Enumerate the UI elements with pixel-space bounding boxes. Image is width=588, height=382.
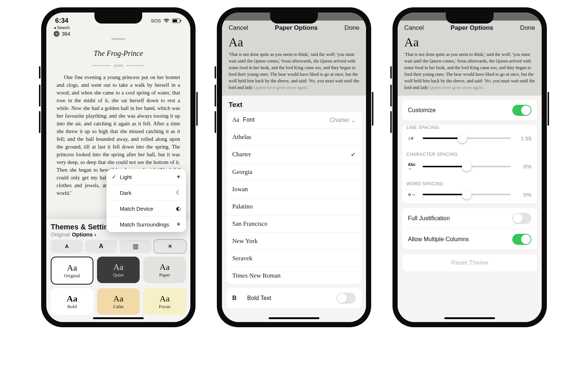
reset-theme-button[interactable]: Reset Theme	[402, 254, 537, 272]
home-indicator[interactable]	[444, 317, 495, 319]
done-button[interactable]: Done	[520, 24, 535, 32]
line-spacing-slider[interactable]	[423, 138, 511, 139]
sheet-title: Paper Options	[451, 24, 493, 32]
font-option-times-new-roman[interactable]: Times New Roman	[226, 267, 362, 284]
bold-text-row[interactable]: B Bold Text	[226, 288, 362, 308]
status-time: 6:34	[55, 17, 68, 25]
line-spacing-slider-row: ↕≡ 1.55	[402, 132, 537, 147]
font-option-georgia[interactable]: Georgia	[226, 164, 362, 181]
line-spacing-icon: ↕≡	[408, 135, 417, 141]
page-icon: ▥	[133, 243, 139, 250]
customize-switch[interactable]	[512, 105, 531, 116]
font-card: AaFont Charter ⌄ AthelasCharter✓GeorgiaI…	[226, 112, 362, 284]
theme-bold[interactable]: AaBold	[51, 288, 93, 315]
word-spacing-slider[interactable]	[423, 194, 511, 195]
phone-3: Cancel Paper Options Done Aa 'That is no…	[392, 7, 547, 327]
char-spacing-value: 0%	[516, 163, 531, 169]
cancel-button[interactable]: Cancel	[404, 24, 424, 32]
font-option-iowan[interactable]: Iowan	[226, 181, 362, 198]
page-count-icon: ⟲	[54, 31, 60, 37]
theme-quiet[interactable]: AaQuiet	[97, 257, 140, 283]
auto-brightness-icon: ☀︎	[176, 221, 181, 228]
book-title: The Frog-Prince	[57, 49, 180, 58]
bold-text-card: B Bold Text	[226, 288, 362, 308]
line-spacing-value: 1.55	[516, 135, 531, 142]
half-circle-icon: ◐	[176, 205, 181, 212]
customize-row[interactable]: Customize	[402, 100, 537, 121]
aa-icon: Aa	[232, 117, 239, 123]
phone-2: Cancel Paper Options Done Aa 'That is no…	[217, 7, 371, 327]
char-spacing-label: CHARACTER SPACING	[406, 152, 537, 157]
page-count: ⟲ 364	[46, 30, 190, 38]
sample-aa: Aa	[229, 35, 359, 49]
char-spacing-slider-row: Abc↔ 0%	[402, 159, 537, 177]
theme-focus[interactable]: AaFocus	[143, 288, 186, 315]
checkmark-icon: ✓	[351, 151, 356, 158]
back-to-search[interactable]: ◂ Search	[46, 25, 190, 30]
allow-columns-row[interactable]: Allow Multiple Columns	[402, 229, 537, 250]
themes-sheet: Themes & Settings Original Options › A A…	[46, 219, 190, 322]
font-option-new-york[interactable]: New York	[226, 233, 362, 250]
spacing-card: LINE SPACING ↕≡ 1.55 CHARACTER SPACING A…	[402, 125, 537, 204]
themes-original-label: Original	[51, 231, 70, 238]
sheet-grabber[interactable]	[111, 38, 125, 40]
char-spacing-icon: Abc↔	[408, 162, 417, 171]
customize-card: Customize	[402, 100, 537, 121]
word-spacing-slider-row: ≡↔ 0%	[402, 189, 537, 204]
home-indicator[interactable]	[269, 317, 319, 319]
home-indicator[interactable]	[93, 317, 144, 319]
theme-paper[interactable]: AaPaper	[143, 257, 186, 283]
done-button[interactable]: Done	[344, 24, 359, 32]
appearance-menu: ✓Light ☀︎ Dark ☾ Match Device ◐ Match Su…	[107, 169, 186, 232]
line-spacing-label: LINE SPACING	[406, 125, 537, 130]
svg-rect-2	[180, 20, 181, 22]
font-size-down-tab[interactable]: A	[51, 240, 83, 253]
font-header-row[interactable]: AaFont Charter ⌄	[226, 112, 362, 129]
sample-aa: Aa	[404, 35, 535, 49]
checkmark-icon: ✓	[112, 174, 117, 180]
theme-original[interactable]: AaOriginal	[51, 257, 93, 285]
section-text-label: Text	[229, 101, 362, 109]
word-spacing-value: 0%	[516, 192, 531, 198]
moon-icon: ☾	[176, 189, 181, 196]
sample-body: 'That is not done quite as you seem to t…	[404, 51, 535, 91]
font-option-seravek[interactable]: Seravek	[226, 250, 362, 267]
bold-text-switch[interactable]	[337, 293, 356, 304]
chevron-down-icon: ⌄	[351, 117, 356, 123]
svg-rect-1	[173, 19, 177, 22]
word-spacing-label: WORD SPACING	[406, 181, 537, 186]
font-size-up-tab[interactable]: A	[85, 240, 118, 253]
battery-icon	[172, 18, 182, 23]
appearance-match-surroundings[interactable]: Match Surroundings ☀︎	[107, 217, 186, 232]
wifi-icon	[163, 18, 170, 23]
font-option-charter[interactable]: Charter✓	[226, 146, 362, 164]
appearance-light[interactable]: ✓Light ☀︎	[107, 169, 186, 185]
char-spacing-slider[interactable]	[423, 166, 511, 167]
allow-columns-switch[interactable]	[512, 234, 531, 245]
appearance-tab[interactable]: ☀︎	[154, 240, 186, 253]
cancel-button[interactable]: Cancel	[229, 24, 248, 32]
phone-1: 6:34 SOS ◂ Search ⟲ 364 The Frog-Prince …	[41, 7, 196, 327]
scroll-mode-tab[interactable]: ▥	[119, 240, 152, 253]
sample-body: 'That is not done quite as you seem to t…	[229, 51, 359, 91]
theme-calm[interactable]: AaCalm	[97, 288, 140, 315]
font-option-palatino[interactable]: Palatino	[226, 198, 362, 215]
status-sos: SOS	[151, 18, 161, 24]
appearance-dark[interactable]: Dark ☾	[107, 185, 186, 201]
themes-options-button[interactable]: Options ›	[72, 231, 96, 238]
font-option-san-francisco[interactable]: San Francisco	[226, 215, 362, 233]
full-justification-switch[interactable]	[512, 213, 531, 224]
ornament-icon: ∞∞∞	[57, 63, 180, 68]
layout-card: Full Justification Allow Multiple Column…	[402, 208, 537, 250]
sun-icon: ☀︎	[176, 174, 181, 180]
sheet-title: Paper Options	[275, 24, 318, 32]
full-justification-row[interactable]: Full Justification	[402, 208, 537, 229]
word-spacing-icon: ≡↔	[408, 192, 417, 197]
appearance-match-device[interactable]: Match Device ◐	[107, 201, 186, 217]
brightness-icon: ☀︎	[167, 243, 173, 250]
font-option-athelas[interactable]: Athelas	[226, 129, 362, 146]
reset-theme-card: Reset Theme	[402, 254, 537, 272]
